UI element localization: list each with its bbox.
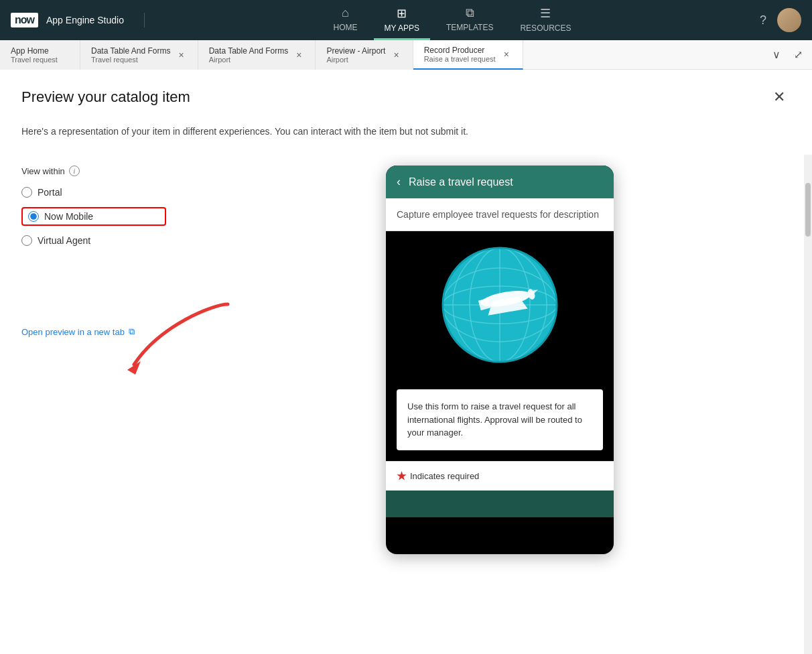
radio-now-mobile-input[interactable] bbox=[28, 211, 39, 222]
radio-now-mobile[interactable]: Now Mobile bbox=[21, 207, 166, 226]
nav-home[interactable]: ⌂ HOME bbox=[323, 1, 368, 40]
scrollbar[interactable] bbox=[804, 155, 812, 654]
phone-submit-area bbox=[386, 490, 614, 517]
nav-templates-label: TEMPLATES bbox=[446, 23, 493, 32]
tab-preview-airport[interactable]: Preview - Airport Airport × bbox=[316, 40, 413, 70]
phone-image-area bbox=[386, 231, 614, 379]
modal-body: View within i Portal Now Mobile bbox=[0, 155, 812, 654]
radio-portal[interactable]: Portal bbox=[21, 187, 166, 198]
tab-preview-airport-main: Preview - Airport bbox=[326, 46, 385, 56]
home-icon: ⌂ bbox=[342, 6, 349, 20]
tab-data-table-airport-title: Data Table And Forms Airport bbox=[209, 46, 289, 64]
tab-app-home-title: App Home Travel request bbox=[11, 46, 58, 64]
required-star: ★ bbox=[397, 470, 406, 482]
tabs-controls: ∨ ⤢ bbox=[763, 46, 812, 64]
nav-resources[interactable]: ☰ RESOURCES bbox=[509, 1, 582, 40]
tab-data-table-airport-main: Data Table And Forms bbox=[209, 46, 289, 56]
tab-record-producer-title: Record Producer Raise a travel request bbox=[424, 46, 496, 63]
templates-icon: ⧉ bbox=[466, 6, 474, 20]
tab-close-data-table-forms[interactable]: × bbox=[176, 48, 187, 62]
radio-virtual-agent[interactable]: Virtual Agent bbox=[21, 235, 166, 246]
tabs-bar: App Home Travel request Data Table And F… bbox=[0, 40, 812, 70]
nav-resources-label: RESOURCES bbox=[520, 23, 571, 33]
radio-virtual-agent-input[interactable] bbox=[21, 235, 32, 246]
radio-portal-input[interactable] bbox=[21, 187, 32, 198]
open-preview-link[interactable]: Open preview in a new tab ⧉ bbox=[21, 326, 166, 337]
radio-now-mobile-label: Now Mobile bbox=[44, 211, 93, 222]
tab-app-home-sub: Travel request bbox=[11, 56, 58, 64]
logo-area: now App Engine Studio bbox=[11, 13, 145, 27]
indicates-required-text: Indicates required bbox=[410, 471, 479, 481]
tabs-expand-button[interactable]: ⤢ bbox=[790, 46, 807, 64]
phone-required-line: ★ Indicates required bbox=[386, 461, 614, 490]
tab-record-producer[interactable]: Record Producer Raise a travel request × bbox=[413, 40, 523, 70]
phone-mockup: ‹ Raise a travel request Capture employe… bbox=[386, 166, 614, 554]
nav-my-apps-label: MY APPS bbox=[385, 23, 419, 33]
nav-center: ⌂ HOME ⊞ MY APPS ⧉ TEMPLATES ☰ RESOURCES bbox=[145, 1, 760, 40]
radio-now-mobile-container: Now Mobile bbox=[21, 207, 166, 226]
modal-header: Preview your catalog item ✕ bbox=[0, 70, 812, 119]
nav-home-label: HOME bbox=[334, 23, 358, 32]
phone-form-text: Use this form to raise a travel request … bbox=[397, 389, 603, 450]
modal-title: Preview your catalog item bbox=[21, 88, 190, 106]
phone-back-button[interactable]: ‹ bbox=[397, 175, 401, 189]
resources-icon: ☰ bbox=[540, 6, 551, 21]
tab-app-home[interactable]: App Home Travel request bbox=[0, 40, 80, 70]
radio-virtual-agent-label: Virtual Agent bbox=[38, 235, 90, 246]
tab-data-table-forms[interactable]: Data Table And Forms Travel request × bbox=[80, 40, 198, 70]
left-panel: View within i Portal Now Mobile bbox=[0, 155, 188, 654]
tab-preview-airport-title: Preview - Airport Airport bbox=[326, 46, 385, 64]
modal-close-button[interactable]: ✕ bbox=[768, 86, 791, 109]
tab-data-table-forms-sub: Travel request bbox=[91, 56, 171, 64]
tab-data-table-airport[interactable]: Data Table And Forms Airport × bbox=[198, 40, 316, 70]
tab-record-producer-main: Record Producer bbox=[424, 46, 496, 55]
main-content: Preview your catalog item ✕ Here's a rep… bbox=[0, 70, 812, 654]
right-panel: ‹ Raise a travel request Capture employe… bbox=[188, 155, 812, 654]
nav-right: ? bbox=[760, 8, 801, 32]
nav-my-apps[interactable]: ⊞ MY APPS bbox=[374, 1, 430, 40]
open-preview-link-text: Open preview in a new tab bbox=[21, 327, 125, 337]
tab-data-table-airport-sub: Airport bbox=[209, 56, 289, 64]
studio-name: App Engine Studio bbox=[46, 15, 124, 25]
avatar[interactable] bbox=[777, 8, 801, 32]
phone-text-area: Use this form to raise a travel request … bbox=[386, 379, 614, 461]
tab-data-table-forms-main: Data Table And Forms bbox=[91, 46, 171, 56]
top-navigation: now App Engine Studio ⌂ HOME ⊞ MY APPS ⧉… bbox=[0, 0, 812, 40]
now-logo: now bbox=[11, 13, 38, 27]
tab-record-producer-sub: Raise a travel request bbox=[424, 55, 496, 63]
phone-content: Capture employee travel requests for des… bbox=[386, 198, 614, 231]
modal-container: Preview your catalog item ✕ Here's a rep… bbox=[0, 70, 812, 654]
phone-header-title: Raise a travel request bbox=[409, 176, 513, 188]
globe-image bbox=[439, 245, 560, 365]
tab-close-preview-airport[interactable]: × bbox=[391, 48, 401, 62]
phone-description: Capture employee travel requests for des… bbox=[386, 198, 614, 231]
tab-data-table-forms-title: Data Table And Forms Travel request bbox=[91, 46, 171, 64]
tabs-dropdown-button[interactable]: ∨ bbox=[768, 46, 785, 64]
modal-subtitle: Here's a representation of your item in … bbox=[0, 119, 812, 155]
nav-templates[interactable]: ⧉ TEMPLATES bbox=[435, 1, 504, 40]
external-link-icon: ⧉ bbox=[129, 326, 135, 337]
radio-group: Portal Now Mobile Virtual Agent bbox=[21, 187, 166, 246]
svg-marker-0 bbox=[127, 361, 141, 375]
help-icon[interactable]: ? bbox=[760, 13, 766, 27]
avatar-image bbox=[777, 8, 801, 32]
tab-app-home-main: App Home bbox=[11, 46, 58, 56]
my-apps-icon: ⊞ bbox=[397, 6, 407, 21]
phone-header: ‹ Raise a travel request bbox=[386, 166, 614, 198]
info-icon[interactable]: i bbox=[69, 166, 80, 176]
view-within-label: View within i bbox=[21, 166, 166, 176]
tab-close-record-producer[interactable]: × bbox=[501, 48, 512, 61]
tab-close-data-table-airport[interactable]: × bbox=[293, 48, 304, 62]
scroll-thumb bbox=[805, 183, 811, 237]
radio-portal-label: Portal bbox=[38, 187, 62, 198]
tab-preview-airport-sub: Airport bbox=[326, 56, 385, 64]
